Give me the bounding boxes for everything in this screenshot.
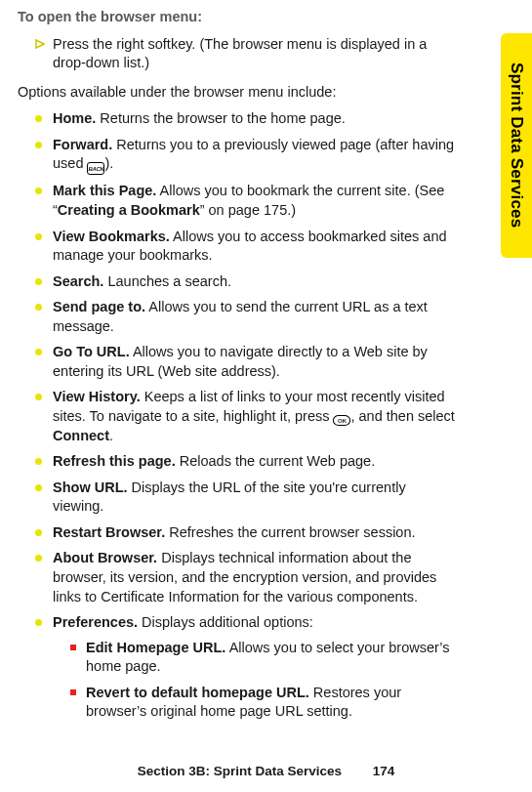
svg-marker-0 <box>36 40 44 48</box>
item-desc: ). <box>104 155 113 171</box>
connect-label: Connect <box>53 428 109 443</box>
item-name: Restart Browser. <box>53 524 165 540</box>
cross-reference: Creating a Bookmark <box>58 202 200 218</box>
item-desc: Reloads the current Web page. <box>176 453 375 469</box>
item-name: Forward. <box>53 137 112 152</box>
list-item: Mark this Page. Allows you to bookmark t… <box>35 182 458 220</box>
list-item: Send page to. Allows you to send the cur… <box>35 298 458 336</box>
footer-page-number: 174 <box>373 764 395 778</box>
step-text: Press the right softkey. (The browser me… <box>53 35 458 73</box>
list-item: About Browser. Displays technical inform… <box>35 549 458 606</box>
item-name: About Browser. <box>53 550 157 565</box>
step-marker-icon <box>35 35 53 49</box>
footer-section: Section 3B: Sprint Data Services <box>138 764 342 778</box>
page-footer: Section 3B: Sprint Data Services 174 <box>0 763 532 780</box>
item-desc: , and then select <box>350 408 454 424</box>
list-item: Go To URL. Allows you to navigate direct… <box>35 343 458 381</box>
item-name: Send page to. <box>53 299 145 314</box>
list-item: Show URL. Displays the URL of the site y… <box>35 479 458 517</box>
list-item: View History. Keeps a list of links to y… <box>35 388 458 445</box>
item-desc: Displays additional options: <box>138 614 313 630</box>
list-item: Home. Returns the browser to the home pa… <box>35 109 458 129</box>
back-key-icon: BACK <box>87 162 104 175</box>
item-desc: . <box>109 428 113 443</box>
list-item: Edit Homepage URL. Allows you to select … <box>70 639 458 677</box>
item-name: Search. <box>53 273 103 289</box>
item-name: Preferences. <box>53 614 138 630</box>
item-name: Edit Homepage URL. <box>86 640 225 655</box>
item-name: Go To URL. <box>53 344 130 359</box>
instruction-step: Press the right softkey. (The browser me… <box>35 35 458 73</box>
sub-options-list: Edit Homepage URL. Allows you to select … <box>70 639 458 722</box>
side-tab-label: Sprint Data Services <box>506 63 528 228</box>
item-name: Refresh this page. <box>53 453 176 469</box>
item-name: View History. <box>53 389 141 404</box>
item-name: View Bookmarks. <box>53 229 170 244</box>
list-item: Forward. Returns you to a previously vie… <box>35 136 458 176</box>
item-name: Show URL. <box>53 479 128 495</box>
side-tab: Sprint Data Services <box>501 33 532 258</box>
section-heading: To open the browser menu: <box>18 8 458 27</box>
page-content: To open the browser menu: Press the righ… <box>0 0 491 722</box>
menu-options-list: Home. Returns the browser to the home pa… <box>35 109 458 722</box>
list-item: Search. Launches a search. <box>35 272 458 292</box>
item-desc: Refreshes the current browser session. <box>165 524 415 540</box>
list-item: Revert to default homepage URL. Restores… <box>70 684 458 722</box>
item-desc: ” on page 175.) <box>200 202 296 218</box>
item-desc: Returns the browser to the home page. <box>96 110 346 126</box>
item-name: Mark this Page. <box>53 183 156 198</box>
list-item: Restart Browser. Refreshes the current b… <box>35 523 458 543</box>
item-desc: Launches a search. <box>103 273 231 289</box>
item-name: Home. <box>53 110 96 126</box>
ok-key-icon: OK <box>333 415 350 426</box>
item-name: Revert to default homepage URL. <box>86 685 309 700</box>
intro-paragraph: Options available under the browser menu… <box>18 83 458 103</box>
list-item: View Bookmarks. Allows you to access boo… <box>35 228 458 266</box>
list-item: Preferences. Displays additional options… <box>35 613 458 722</box>
list-item: Refresh this page. Reloads the current W… <box>35 452 458 472</box>
